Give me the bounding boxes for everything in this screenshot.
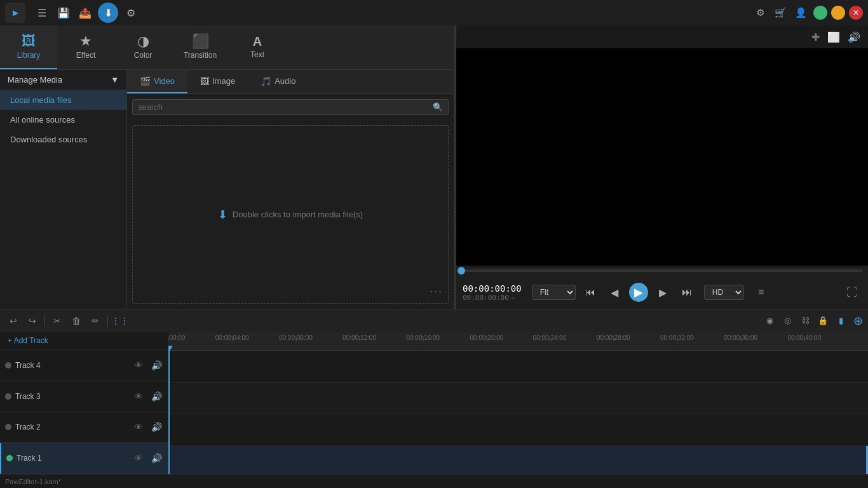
search-bar[interactable]: 🔍 xyxy=(132,99,449,115)
add-track-button[interactable]: + Add Track xyxy=(0,332,168,350)
track-1-audio[interactable]: 🔊 xyxy=(149,451,163,465)
timeline-content: + Add Track Track 4 👁 🔊 Track 3 👁 🔊 Trac… xyxy=(0,332,868,474)
track-3-visibility[interactable]: 👁 xyxy=(132,390,146,403)
download-icon[interactable]: ⬇ xyxy=(98,3,118,23)
media-tab-audio[interactable]: 🎵 Audio xyxy=(248,70,308,93)
ruler-mark-32: 00:00:32:00 xyxy=(660,334,694,341)
close-button[interactable]: ✕ xyxy=(849,6,863,20)
media-tab-video[interactable]: 🎬 Video xyxy=(127,70,187,93)
skip-to-end-button[interactable]: ⏭ xyxy=(677,283,696,302)
track-2-audio[interactable]: 🔊 xyxy=(149,420,163,434)
search-icon: 🔍 xyxy=(433,102,443,112)
import-icon: ⬇ xyxy=(218,208,227,222)
settings-icon[interactable]: ⚙ xyxy=(751,4,769,22)
volume-icon[interactable]: 🔊 xyxy=(846,30,862,44)
cut-button[interactable]: ✂ xyxy=(49,313,65,329)
tab-text[interactable]: A Text xyxy=(229,25,286,69)
slider-track[interactable] xyxy=(461,269,863,272)
track-lane-1 xyxy=(168,446,868,474)
add-to-timeline-button[interactable]: ⊕ xyxy=(853,314,863,328)
image-icon: 🖼 xyxy=(200,76,209,86)
tab-transition[interactable]: ⬛ Transition xyxy=(172,25,229,69)
menu-icon[interactable]: ☰ xyxy=(33,4,51,22)
track-row-4: Track 4 👁 🔊 xyxy=(0,350,168,381)
right-panel: ✚ ⬜ 🔊 00:00:00:00 00:00:00:00 ✏ Fit 2 xyxy=(456,25,868,309)
track-row-1: Track 1 👁 🔊 xyxy=(0,443,168,474)
time-edit-icon[interactable]: ✏ xyxy=(512,294,515,301)
snap-button[interactable]: ⋮⋮ xyxy=(112,313,128,329)
track-3-audio[interactable]: 🔊 xyxy=(149,390,163,403)
undo-button[interactable]: ↩ xyxy=(5,313,22,329)
tab-color[interactable]: ◑ Color xyxy=(114,25,172,69)
audio-icon: 🎵 xyxy=(261,76,271,86)
redo-button[interactable]: ↪ xyxy=(24,313,41,329)
titlebar-right: ⚙ 🛒 👤 ✕ xyxy=(751,4,863,22)
tab-library[interactable]: 🖼 Library xyxy=(0,25,57,69)
time-display: 00:00:00:00 00:00:00:00 ✏ xyxy=(463,283,522,302)
ruler-mark-16: 00:00:16:00 xyxy=(406,334,440,341)
video-icon: 🎬 xyxy=(140,76,151,86)
playback-slider[interactable] xyxy=(456,266,868,276)
main-area: 🖼 Library ★ Effect ◑ Color ⬛ Transition … xyxy=(0,25,868,309)
track-2-visibility[interactable]: 👁 xyxy=(132,420,146,434)
tab-effect[interactable]: ★ Effect xyxy=(57,25,114,69)
pin-button[interactable]: ◎ xyxy=(780,313,795,329)
ruler-mark-36: 00:00:36:00 xyxy=(724,334,757,341)
slider-thumb[interactable] xyxy=(458,267,465,274)
edit-button[interactable]: ✏ xyxy=(87,313,104,329)
track-4-dot xyxy=(5,362,11,369)
next-frame-button[interactable]: ▶ xyxy=(653,283,672,302)
skip-to-start-button[interactable]: ⏮ xyxy=(581,283,600,302)
time-sub: 00:00:00:00 ✏ xyxy=(463,294,522,302)
track-4-audio[interactable]: 🔊 xyxy=(149,358,163,372)
track-1-dot xyxy=(6,455,13,461)
status-bar: PawEditor-1.kam* xyxy=(0,474,868,488)
track-3-name: Track 3 xyxy=(15,392,128,401)
lock-button[interactable]: 🔒 xyxy=(815,313,831,329)
tracks-scroll xyxy=(168,351,868,474)
link-button[interactable]: ⛓ xyxy=(797,313,813,329)
ruler-mark-0: 00:00:00:00 xyxy=(168,334,185,341)
ruler-mark-12: 00:00:12:00 xyxy=(342,334,376,341)
maximize-button[interactable] xyxy=(831,6,845,20)
timeline-tracks-area: 00:00:00:00 00:00:04:00 00:00:08:00 00:0… xyxy=(168,332,868,474)
track-1-visibility[interactable]: 👁 xyxy=(132,451,146,465)
search-input[interactable] xyxy=(138,102,429,112)
sidebar-item-local[interactable]: Local media files xyxy=(0,90,126,110)
fullscreen-button[interactable]: ⛶ xyxy=(843,283,862,302)
export-icon[interactable]: 📤 xyxy=(76,4,94,22)
play-button[interactable]: ▶ xyxy=(629,283,648,302)
delete-button[interactable]: 🗑 xyxy=(68,313,85,329)
crop-icon[interactable]: ⬜ xyxy=(826,30,841,44)
playhead-arrow xyxy=(168,346,173,352)
sidebar: Manage Media ▼ Local media files All onl… xyxy=(0,70,127,309)
track-row-3: Track 3 👁 🔊 xyxy=(0,381,168,412)
ruler-mark-28: 00:00:28:00 xyxy=(597,334,630,341)
ripple-button[interactable]: ◉ xyxy=(762,313,777,329)
save-icon[interactable]: 💾 xyxy=(55,4,72,22)
media-tab-image[interactable]: 🖼 Image xyxy=(187,70,248,93)
user-icon[interactable]: 👤 xyxy=(792,4,810,22)
library-icon: 🖼 xyxy=(22,34,36,48)
manage-media-header[interactable]: Manage Media ▼ xyxy=(0,70,126,90)
sidebar-item-online[interactable]: All online sources xyxy=(0,110,126,130)
effect-icon: ★ xyxy=(79,34,92,48)
track-4-visibility[interactable]: 👁 xyxy=(132,358,146,372)
fit-select[interactable]: Fit 25% 50% 75% 100% 150% 200% xyxy=(532,285,576,300)
chevron-down-icon: ▼ xyxy=(111,75,119,85)
ruler-marks: 00:00:00:00 00:00:04:00 00:00:08:00 00:0… xyxy=(168,332,868,350)
more-options-button[interactable]: ··· xyxy=(430,285,443,298)
settings-gear-icon[interactable]: ⚙ xyxy=(122,4,140,22)
minimize-button[interactable] xyxy=(813,6,827,20)
media-tabs: 🎬 Video 🖼 Image 🎵 Audio xyxy=(127,70,454,94)
track-labels: + Add Track Track 4 👁 🔊 Track 3 👁 🔊 Trac… xyxy=(0,332,168,474)
sidebar-item-downloaded[interactable]: Downloaded sources xyxy=(0,130,126,149)
quality-select[interactable]: HD SD Auto xyxy=(704,285,744,300)
transition-icon: ⬛ xyxy=(192,34,209,48)
cart-icon[interactable]: 🛒 xyxy=(771,4,789,22)
track-1-name: Track 1 xyxy=(17,454,128,463)
subtitle-button[interactable]: ≡ xyxy=(752,283,771,302)
drop-zone[interactable]: ⬇ Double clicks to import media file(s) … xyxy=(132,125,449,304)
prev-frame-button[interactable]: ◀ xyxy=(605,283,624,302)
add-overlay-icon[interactable]: ✚ xyxy=(810,30,821,44)
